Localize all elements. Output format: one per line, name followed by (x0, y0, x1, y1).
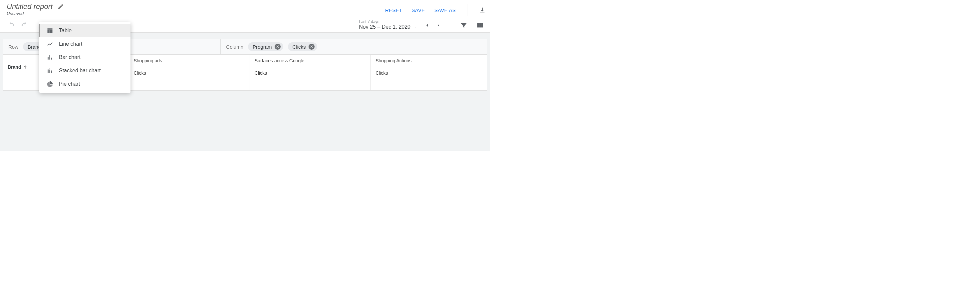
svg-rect-6 (48, 70, 49, 73)
menu-item-label: Line chart (59, 41, 82, 47)
metric-subheader[interactable]: Clicks (250, 67, 371, 79)
dropdown-caret-icon (414, 25, 418, 29)
report-title[interactable]: Untitled report (7, 2, 52, 11)
header-actions: RESET SAVE SAVE AS (385, 4, 486, 16)
svg-rect-11 (51, 70, 52, 71)
edit-title-icon[interactable] (57, 3, 64, 10)
remove-chip-icon[interactable]: ✕ (309, 44, 315, 50)
row-header-label: Brand (8, 64, 21, 70)
prev-period-icon[interactable] (425, 23, 430, 28)
save-as-button[interactable]: SAVE AS (434, 7, 456, 13)
menu-item-stacked-bar-chart[interactable]: Stacked bar chart (39, 64, 130, 77)
svg-rect-3 (48, 57, 49, 59)
svg-rect-0 (477, 23, 479, 27)
svg-rect-7 (48, 69, 49, 70)
header-bar: Untitled report Unsaved RESET SAVE SAVE … (0, 0, 490, 18)
chip-clicks[interactable]: Clicks ✕ (288, 42, 317, 51)
bar-chart-icon (46, 54, 54, 61)
svg-rect-5 (51, 58, 52, 60)
columns-icon[interactable] (476, 22, 484, 29)
divider (450, 20, 450, 31)
column-group-header[interactable]: Shopping Actions (371, 55, 487, 67)
table-icon (46, 27, 54, 34)
svg-rect-9 (49, 68, 50, 69)
svg-rect-10 (51, 71, 52, 73)
sort-arrow-icon (23, 65, 28, 69)
chip-text: Program (253, 44, 272, 50)
undo-redo-group (7, 21, 29, 29)
menu-item-label: Pie chart (59, 81, 80, 87)
menu-item-pie-chart[interactable]: Pie chart (39, 77, 130, 91)
remove-chip-icon[interactable]: ✕ (275, 44, 281, 50)
menu-item-label: Table (59, 28, 72, 34)
column-group-header[interactable]: Surfaces across Google (250, 55, 371, 67)
save-status: Unsaved (7, 11, 64, 16)
date-nav-arrows (425, 23, 441, 28)
metric-subheader[interactable]: Clicks (129, 67, 250, 79)
save-button[interactable]: SAVE (412, 7, 425, 13)
chip-text: Clicks (293, 44, 306, 50)
column-label: Column (226, 44, 243, 50)
date-range-value: Nov 25 – Dec 1, 2020 (359, 24, 410, 30)
pie-chart-icon (46, 81, 54, 87)
menu-item-line-chart[interactable]: Line chart (39, 37, 130, 51)
svg-rect-1 (479, 23, 481, 27)
menu-item-table[interactable]: Table (39, 24, 130, 37)
date-preset-label: Last 7 days (359, 19, 379, 24)
row-label: Row (8, 44, 18, 50)
undo-icon[interactable] (7, 21, 15, 29)
chip-program[interactable]: Program ✕ (248, 42, 283, 51)
line-chart-icon (46, 41, 54, 47)
next-period-icon[interactable] (436, 23, 441, 28)
date-range-picker[interactable]: Last 7 days Nov 25 – Dec 1, 2020 (359, 19, 418, 31)
svg-rect-2 (481, 23, 483, 27)
svg-rect-4 (49, 55, 50, 59)
title-area: Untitled report Unsaved (7, 2, 64, 16)
menu-item-label: Stacked bar chart (59, 68, 100, 74)
chart-type-menu: Table Line chart Bar chart Stacked bar c… (39, 22, 130, 93)
download-icon[interactable] (479, 6, 486, 14)
column-group-header[interactable]: Shopping ads (129, 55, 250, 67)
date-range-area: Last 7 days Nov 25 – Dec 1, 2020 (359, 19, 484, 31)
reset-button[interactable]: RESET (385, 7, 402, 13)
svg-rect-8 (49, 70, 50, 73)
stacked-bar-chart-icon (46, 67, 54, 74)
menu-item-bar-chart[interactable]: Bar chart (39, 51, 130, 64)
metric-subheader[interactable]: Clicks (371, 67, 487, 79)
menu-item-label: Bar chart (59, 54, 81, 60)
redo-icon[interactable] (21, 21, 29, 29)
filter-icon[interactable] (460, 22, 467, 29)
